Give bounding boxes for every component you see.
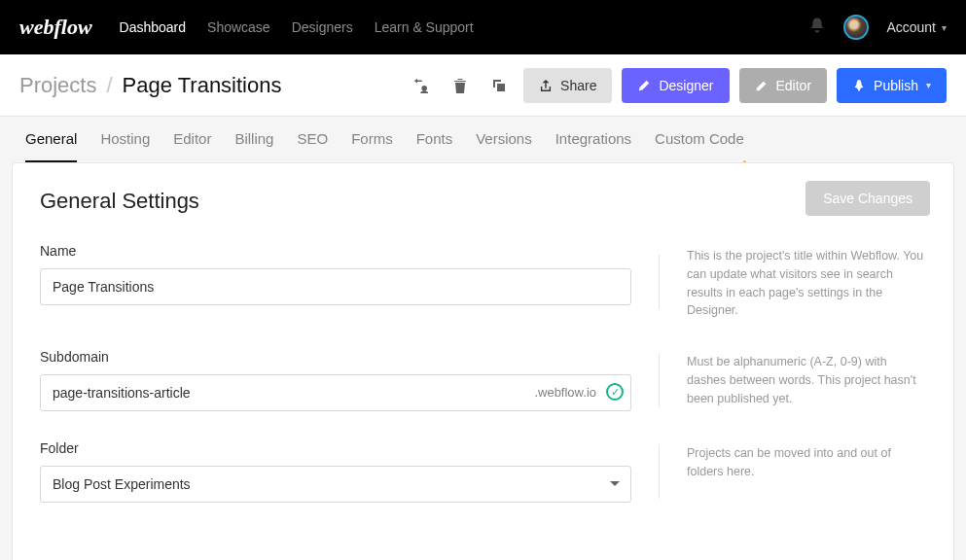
chevron-down-icon: ▾ xyxy=(926,80,931,90)
topnav-dashboard[interactable]: Dashboard xyxy=(120,19,187,35)
breadcrumb-projects[interactable]: Projects xyxy=(19,73,96,98)
save-changes-button[interactable]: Save Changes xyxy=(805,181,930,216)
form-row-name: Name This is the project's title within … xyxy=(40,243,924,320)
form-row-folder: Folder Blog Post Experiments Projects ca… xyxy=(40,440,924,503)
topnav-showcase[interactable]: Showcase xyxy=(207,19,270,35)
publish-button[interactable]: Publish ▾ xyxy=(837,68,947,103)
logo[interactable]: webflow xyxy=(19,15,92,40)
folder-label: Folder xyxy=(40,440,631,456)
name-input[interactable] xyxy=(40,268,631,305)
page-title: General Settings xyxy=(40,189,924,214)
tab-billing[interactable]: Billing xyxy=(234,130,273,162)
designer-label: Designer xyxy=(659,78,713,93)
tab-editor[interactable]: Editor xyxy=(173,130,211,162)
account-label: Account xyxy=(886,19,936,35)
transfer-icon[interactable] xyxy=(407,71,436,100)
tab-custom-code[interactable]: Custom Code xyxy=(655,130,744,162)
tab-forms[interactable]: Forms xyxy=(351,130,393,162)
divider xyxy=(659,353,660,407)
topnav-learn-support[interactable]: Learn & Support xyxy=(375,19,474,35)
topnav-designers[interactable]: Designers xyxy=(292,19,353,35)
tab-hosting[interactable]: Hosting xyxy=(100,130,150,162)
form-row-subdomain: Subdomain .webflow.io ✓ Must be alphanum… xyxy=(40,349,924,411)
name-label: Name xyxy=(40,243,631,259)
name-help: This is the project's title within Webfl… xyxy=(687,243,924,320)
avatar[interactable] xyxy=(843,15,869,40)
tab-seo[interactable]: SEO xyxy=(297,130,328,162)
subheader-actions: Share Designer Editor Publish ▾ xyxy=(407,68,947,103)
share-button[interactable]: Share xyxy=(523,68,612,103)
duplicate-icon[interactable] xyxy=(484,71,514,100)
editor-button[interactable]: Editor xyxy=(739,68,828,103)
account-menu[interactable]: Account ▾ xyxy=(886,19,947,35)
topbar-right: Account ▾ xyxy=(808,15,947,40)
chevron-down-icon: ▾ xyxy=(942,22,947,33)
folder-select[interactable]: Blog Post Experiments xyxy=(40,466,631,503)
bell-icon[interactable] xyxy=(808,17,826,38)
breadcrumb: Projects / Page Transitions xyxy=(19,73,281,98)
subheader: Projects / Page Transitions Share Design… xyxy=(0,54,966,117)
subdomain-input[interactable] xyxy=(40,374,631,411)
folder-help: Projects can be moved into and out of fo… xyxy=(687,440,924,481)
editor-label: Editor xyxy=(776,78,812,93)
subdomain-help: Must be alphanumeric (A-Z, 0-9) with das… xyxy=(687,349,924,407)
divider xyxy=(659,444,660,499)
settings-card: General Settings Save Changes Name This … xyxy=(12,162,954,560)
breadcrumb-current: Page Transitions xyxy=(123,73,282,98)
share-label: Share xyxy=(560,78,596,93)
settings-tabs: General Hosting Editor Billing SEO Forms… xyxy=(0,117,966,162)
check-circle-icon: ✓ xyxy=(606,383,624,401)
topbar: webflow Dashboard Showcase Designers Lea… xyxy=(0,0,966,54)
designer-button[interactable]: Designer xyxy=(622,68,729,103)
breadcrumb-separator: / xyxy=(106,73,112,98)
topnav: Dashboard Showcase Designers Learn & Sup… xyxy=(120,19,474,35)
tab-fonts[interactable]: Fonts xyxy=(416,130,453,162)
tab-integrations[interactable]: Integrations xyxy=(555,130,631,162)
subdomain-label: Subdomain xyxy=(40,349,631,365)
tab-versions[interactable]: Versions xyxy=(476,130,532,162)
publish-label: Publish xyxy=(874,78,918,93)
trash-icon[interactable] xyxy=(446,71,475,100)
divider xyxy=(659,255,660,309)
tab-general[interactable]: General xyxy=(25,130,77,162)
